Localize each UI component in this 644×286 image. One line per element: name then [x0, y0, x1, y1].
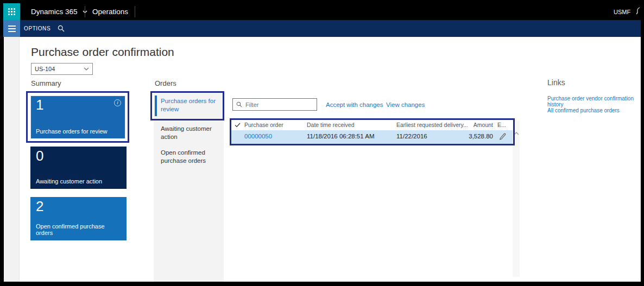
chevron-down-icon	[84, 67, 89, 71]
column-header-e[interactable]: E...	[497, 122, 506, 128]
tile-count: 1	[36, 97, 43, 113]
app-launcher-button[interactable]	[3, 3, 20, 20]
column-header-purchase-order[interactable]: Purchase order	[244, 122, 283, 128]
scroll-up-icon[interactable]	[514, 132, 519, 135]
purchase-order-link[interactable]: 00000050	[244, 133, 272, 139]
search-icon[interactable]	[634, 7, 641, 15]
amount-cell: 3,528.80	[456, 133, 493, 139]
date-time-received-cell: 11/18/2016 06:28:51 AM	[307, 133, 374, 139]
tile-label: Purchase orders for review	[36, 128, 121, 135]
company-selector[interactable]: USMF	[614, 3, 630, 20]
filter-input-wrapper	[232, 98, 317, 111]
collapsed-nav-pane[interactable]	[4, 37, 20, 282]
filter-input[interactable]	[245, 101, 310, 108]
earliest-requested-delivery-cell: 11/22/2016	[396, 133, 427, 139]
link-all-confirmed-purchase-orders[interactable]: All confirmed purchase orders	[547, 107, 620, 113]
search-icon	[236, 101, 242, 107]
view-changes-link[interactable]: View changes	[386, 101, 425, 108]
summary-tile-awaiting-customer-action[interactable]: 0 Awaiting customer action	[30, 147, 127, 189]
link-purchase-order-vendor-confirmation-history[interactable]: Purchase order vendor confirmation histo…	[547, 96, 644, 107]
product-label: Operations	[92, 3, 128, 20]
links-heading: Links	[547, 78, 565, 87]
hamburger-menu-button[interactable]	[3, 20, 20, 37]
selected-item-indicator	[155, 96, 157, 116]
tile-count: 0	[36, 148, 43, 164]
page-title: Purchase order confirmation	[31, 46, 174, 59]
grid-scrollbar[interactable]	[513, 120, 520, 277]
brand-menu[interactable]: Dynamics 365	[31, 3, 87, 20]
table-row[interactable]: 00000050 11/18/2016 06:28:51 AM 11/22/20…	[231, 130, 513, 144]
topbar-divider	[85, 6, 85, 17]
orders-heading: Orders	[155, 79, 176, 87]
orders-item-open-confirmed-purchase-orders[interactable]: Open confirmed purchase orders	[161, 149, 216, 165]
summary-heading: Summary	[31, 79, 61, 87]
orders-item-awaiting-customer-action[interactable]: Awaiting customer action	[161, 125, 216, 141]
options-menu[interactable]: OPTIONS	[24, 20, 50, 37]
vendor-select[interactable]: US-104	[31, 63, 93, 75]
column-header-amount[interactable]: Amount	[463, 122, 493, 128]
edit-icon[interactable]	[498, 132, 506, 141]
summary-tile-open-confirmed-purchase-orders[interactable]: 2 Open confirmed purchase orders	[30, 197, 127, 240]
info-icon[interactable]	[114, 99, 121, 106]
column-header-date-time-received[interactable]: Date time received	[307, 122, 355, 128]
brand-label: Dynamics 365	[31, 8, 78, 16]
search-icon[interactable]	[58, 25, 65, 32]
vendor-select-value: US-104	[35, 66, 55, 72]
orders-list	[154, 91, 224, 282]
column-header-earliest-requested-delivery[interactable]: Earliest requested delivery...	[396, 122, 468, 128]
command-bar	[3, 20, 641, 37]
accept-with-changes-link[interactable]: Accept with changes	[326, 101, 383, 108]
dynamics-365-operations-window: Dynamics 365 Operations USMF OPTIONS Pur…	[0, 0, 644, 286]
topbar-divider	[135, 6, 135, 17]
orders-item-purchase-orders-for-review[interactable]: Purchase orders for review	[161, 97, 216, 113]
tile-count: 2	[36, 198, 43, 215]
summary-tile-purchase-orders-for-review[interactable]: 1 Purchase orders for review	[30, 96, 125, 139]
tile-label: Awaiting customer action	[36, 178, 122, 185]
select-all-checkmark-icon[interactable]	[235, 123, 241, 128]
app-launcher-icon	[8, 8, 15, 15]
tile-label: Open confirmed purchase orders	[36, 223, 122, 236]
